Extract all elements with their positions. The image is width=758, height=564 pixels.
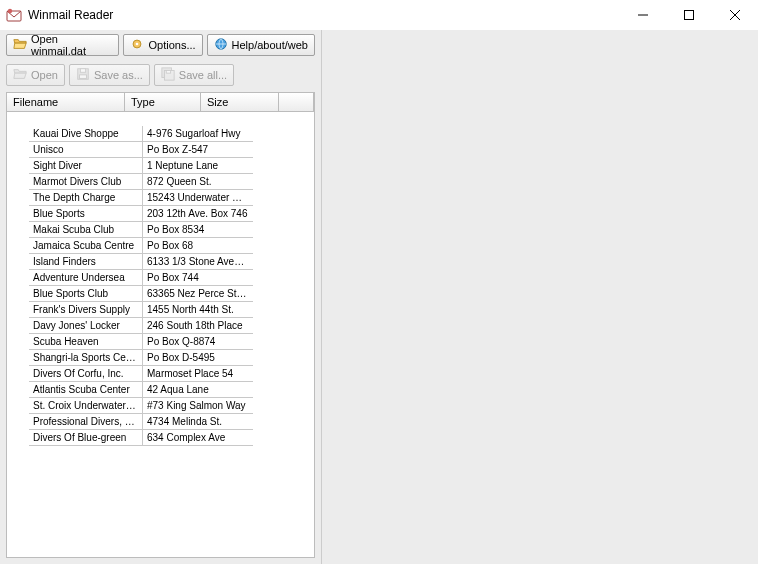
cell-name: Shangri-la Sports Center <box>29 350 143 366</box>
button-label: Save all... <box>179 69 227 81</box>
cell-name: Sight Diver <box>29 158 143 174</box>
cell-name: Atlantis Scuba Center <box>29 382 143 398</box>
cell-address: Po Box 8534 <box>143 222 253 238</box>
open-button: Open <box>6 64 65 86</box>
column-headers[interactable]: Filename Type Size <box>7 93 314 112</box>
cell-address: 246 South 18th Place <box>143 318 253 334</box>
cell-address: 42 Aqua Lane <box>143 382 253 398</box>
window-title: Winmail Reader <box>28 8 113 22</box>
table-row[interactable]: Blue Sports Club63365 Nez Perce Street <box>29 286 314 302</box>
table-row[interactable]: Divers Of Blue-green634 Complex Ave <box>29 430 314 446</box>
svg-rect-11 <box>79 75 86 79</box>
cell-address: 4-976 Sugarloaf Hwy <box>143 126 253 142</box>
rows-container: Kauai Dive Shoppe4-976 Sugarloaf HwyUnis… <box>7 112 314 557</box>
cell-address: 872 Queen St. <box>143 174 253 190</box>
cell-name: Adventure Undersea <box>29 270 143 286</box>
button-label: Open <box>31 69 58 81</box>
table-row[interactable]: Blue Sports203 12th Ave. Box 746 <box>29 206 314 222</box>
cell-name: Professional Divers, Ltd. <box>29 414 143 430</box>
minimize-button[interactable] <box>620 0 666 30</box>
table-row[interactable]: Scuba HeavenPo Box Q-8874 <box>29 334 314 350</box>
cell-name: Davy Jones' Locker <box>29 318 143 334</box>
titlebar: Winmail Reader <box>0 0 758 30</box>
column-type[interactable]: Type <box>125 93 201 111</box>
table-row[interactable]: St. Croix Underwater Supply#73 King Salm… <box>29 398 314 414</box>
cell-name: Blue Sports <box>29 206 143 222</box>
folder-open-icon <box>13 37 27 53</box>
secondary-toolbar: Open Save as... Save all... <box>0 60 321 90</box>
cell-name: Divers Of Blue-green <box>29 430 143 446</box>
svg-point-7 <box>136 43 139 46</box>
cell-name: Island Finders <box>29 254 143 270</box>
table-row[interactable]: Professional Divers, Ltd.4734 Melinda St… <box>29 414 314 430</box>
cell-address: 1455 North 44th St. <box>143 302 253 318</box>
open-winmail-button[interactable]: Open winmail.dat <box>6 34 119 56</box>
svg-rect-3 <box>685 11 694 20</box>
cell-address: 634 Complex Ave <box>143 430 253 446</box>
table-row[interactable]: Sight Diver1 Neptune Lane <box>29 158 314 174</box>
cell-name: St. Croix Underwater Supply <box>29 398 143 414</box>
close-button[interactable] <box>712 0 758 30</box>
column-filename[interactable]: Filename <box>7 93 125 111</box>
folder-open-icon <box>13 67 27 83</box>
table-row[interactable]: Shangri-la Sports CenterPo Box D-5495 <box>29 350 314 366</box>
table-row[interactable]: Marmot Divers Club872 Queen St. <box>29 174 314 190</box>
button-label: Options... <box>148 39 195 51</box>
primary-toolbar: Open winmail.dat Options... Help/about/w… <box>0 30 321 60</box>
left-pane: Open winmail.dat Options... Help/about/w… <box>0 30 322 564</box>
svg-point-1 <box>8 9 12 13</box>
button-label: Help/about/web <box>232 39 308 51</box>
save-all-button: Save all... <box>154 64 234 86</box>
save-icon <box>76 67 90 83</box>
table-row[interactable]: Divers Of Corfu, Inc.Marmoset Place 54 <box>29 366 314 382</box>
cell-address: Po Box Q-8874 <box>143 334 253 350</box>
svg-rect-14 <box>166 71 170 74</box>
column-size[interactable]: Size <box>201 93 279 111</box>
cell-address: #73 King Salmon Way <box>143 398 253 414</box>
cell-name: The Depth Charge <box>29 190 143 206</box>
cell-address: Po Box 744 <box>143 270 253 286</box>
cell-address: Po Box D-5495 <box>143 350 253 366</box>
table-row[interactable]: Island Finders6133 1/3 Stone Avenue <box>29 254 314 270</box>
cell-name: Marmot Divers Club <box>29 174 143 190</box>
table-row[interactable]: Kauai Dive Shoppe4-976 Sugarloaf Hwy <box>29 126 314 142</box>
gear-icon <box>130 37 144 53</box>
button-label: Save as... <box>94 69 143 81</box>
table-row[interactable]: Makai Scuba ClubPo Box 8534 <box>29 222 314 238</box>
table-row[interactable]: Frank's Divers Supply1455 North 44th St. <box>29 302 314 318</box>
svg-rect-10 <box>80 69 85 73</box>
cell-address: 203 12th Ave. Box 746 <box>143 206 253 222</box>
content-area: Open winmail.dat Options... Help/about/w… <box>0 30 758 564</box>
cell-name: Unisco <box>29 142 143 158</box>
options-button[interactable]: Options... <box>123 34 202 56</box>
table-row[interactable]: Atlantis Scuba Center42 Aqua Lane <box>29 382 314 398</box>
help-globe-icon <box>214 37 228 53</box>
preview-pane <box>322 30 758 564</box>
table-row[interactable]: Jamaica Scuba CentrePo Box 68 <box>29 238 314 254</box>
cell-name: Divers Of Corfu, Inc. <box>29 366 143 382</box>
save-as-button: Save as... <box>69 64 150 86</box>
cell-address: 4734 Melinda St. <box>143 414 253 430</box>
cell-address: 1 Neptune Lane <box>143 158 253 174</box>
cell-address: Po Box 68 <box>143 238 253 254</box>
cell-name: Frank's Divers Supply <box>29 302 143 318</box>
help-button[interactable]: Help/about/web <box>207 34 315 56</box>
table-row[interactable]: UniscoPo Box Z-547 <box>29 142 314 158</box>
cell-name: Blue Sports Club <box>29 286 143 302</box>
cell-address: 6133 1/3 Stone Avenue <box>143 254 253 270</box>
app-icon <box>6 7 22 23</box>
cell-name: Makai Scuba Club <box>29 222 143 238</box>
cell-name: Jamaica Scuba Centre <box>29 238 143 254</box>
cell-name: Kauai Dive Shoppe <box>29 126 143 142</box>
cell-address: 15243 Underwater Hwy. <box>143 190 253 206</box>
cell-address: 63365 Nez Perce Street <box>143 286 253 302</box>
cell-address: Po Box Z-547 <box>143 142 253 158</box>
cell-name: Scuba Heaven <box>29 334 143 350</box>
column-spacer <box>279 93 314 111</box>
table-row[interactable]: Davy Jones' Locker246 South 18th Place <box>29 318 314 334</box>
file-list[interactable]: Filename Type Size Kauai Dive Shoppe4-97… <box>6 92 315 558</box>
table-row[interactable]: The Depth Charge15243 Underwater Hwy. <box>29 190 314 206</box>
table-row[interactable]: Adventure UnderseaPo Box 744 <box>29 270 314 286</box>
maximize-button[interactable] <box>666 0 712 30</box>
cell-address: Marmoset Place 54 <box>143 366 253 382</box>
